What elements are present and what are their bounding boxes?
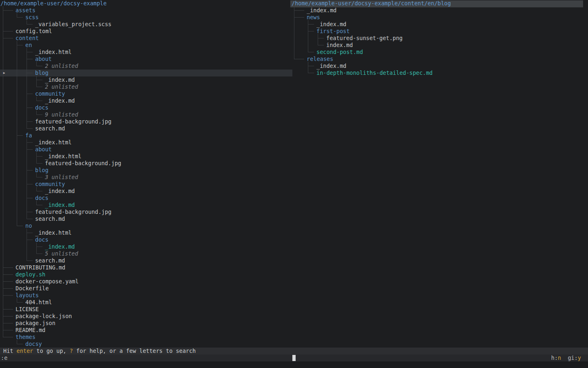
tree-node-docsy[interactable]: docsy [25, 341, 42, 348]
tree-node--index-md[interactable]: _index.md [316, 63, 346, 70]
tree-branch-line [318, 38, 324, 38]
tree-node-2-unlisted[interactable]: 2 unlisted [45, 63, 78, 70]
tree-branch-line [308, 31, 314, 31]
tree-branch-line [3, 38, 13, 38]
tree-node-second-post-md[interactable]: second-post.md [316, 49, 363, 56]
tree-node-layouts[interactable]: layouts [16, 292, 39, 299]
tree-node--variables-project-scss[interactable]: _variables_project.scss [35, 21, 111, 28]
tree-branch-line [17, 302, 23, 303]
tree-node-search-md[interactable]: search.md [35, 257, 65, 264]
tree-branch-line [27, 233, 33, 233]
tree-node-docs[interactable]: docs [35, 195, 49, 202]
flag-value-h: n [558, 355, 561, 361]
tree-node-docs[interactable]: docs [35, 104, 49, 111]
tree-node-package-json[interactable]: package.json [16, 320, 56, 327]
status-bar: Hit enter to go up, ? for help, or a few… [0, 348, 588, 355]
tree-node-3-unlisted[interactable]: 3 unlisted [45, 174, 78, 181]
tree-node-config-toml[interactable]: config.toml [16, 28, 52, 35]
tree-node-featured-background-jpg[interactable]: featured-background.jpg [35, 118, 111, 125]
tree-node-news[interactable]: news [307, 14, 320, 21]
tree-node-community[interactable]: community [35, 181, 65, 188]
tree-node-license[interactable]: LICENSE [16, 306, 39, 313]
tree-node-docker-compose-yaml[interactable]: docker-compose.yaml [16, 278, 78, 285]
tree-branch-line [36, 191, 42, 191]
tree-branch-line [308, 24, 314, 25]
tree-node-search-md[interactable]: search.md [35, 215, 65, 222]
tree-branch-line [308, 62, 308, 73]
tree-node-blog[interactable]: blog [35, 167, 49, 174]
tree-node-scss[interactable]: scss [25, 14, 39, 21]
tree-branch-line [3, 330, 13, 330]
tree-node-featured-sunset-get-png[interactable]: featured-sunset-get.png [326, 35, 403, 42]
tree-node-community[interactable]: community [35, 90, 65, 97]
tree-node-deploy-sh[interactable]: deploy.sh [16, 271, 45, 278]
tree-node--index-md[interactable]: _index.md [307, 7, 336, 14]
tree-node-5-unlisted[interactable]: 5 unlisted [45, 250, 78, 257]
tree-node--index-md[interactable]: _index.md [316, 21, 346, 28]
tree-branch-line [3, 10, 13, 11]
tree-branch-line [36, 80, 42, 80]
tree-node-package-lock-json[interactable]: package-lock.json [16, 313, 72, 320]
tree-branch-line [3, 281, 13, 282]
tree-node--index-md[interactable]: _index.md [45, 202, 75, 209]
tree-node-docs[interactable]: docs [35, 236, 49, 243]
tree-node--index-md[interactable]: _index.md [45, 188, 75, 195]
status-key-hint: ? [70, 348, 73, 354]
tree-branch-line [27, 229, 27, 261]
flag-value-gi: y [578, 355, 581, 361]
tree-node--index-html[interactable]: _index.html [35, 49, 71, 56]
tree-branch-line [36, 247, 42, 247]
tree-branch-line [36, 101, 42, 101]
tree-branch-line [36, 163, 42, 164]
command-input-left[interactable]: :e [1, 355, 7, 361]
tree-node-dockerfile[interactable]: Dockerfile [16, 285, 49, 292]
tree-node-9-unlisted[interactable]: 9 unlisted [45, 111, 78, 118]
tree-node--index-html[interactable]: _index.html [35, 139, 71, 146]
tree-branch-line [318, 34, 318, 45]
tree-branch-line [27, 48, 27, 129]
tree-node-404-html[interactable]: 404.html [25, 299, 52, 306]
tree-node-themes[interactable]: themes [16, 334, 36, 341]
tree-node--index-md[interactable]: _index.md [45, 97, 75, 104]
tree-branch-line [3, 31, 13, 31]
tree-node-assets[interactable]: assets [16, 7, 36, 14]
tree-node-content[interactable]: content [16, 35, 39, 42]
tree-branch-line [3, 267, 13, 268]
tree-node-first-post[interactable]: first-post [316, 28, 350, 35]
tree-node-contributing-md[interactable]: CONTRIBUTING.md [16, 264, 65, 271]
tree-branch-line [27, 20, 27, 25]
tree-node-featured-background-jpg[interactable]: featured-background.jpg [35, 209, 111, 215]
tree-node-in-depth-monoliths-detailed-spec-md[interactable]: in-depth-monoliths-detailed-spec.md [316, 70, 432, 76]
tree-branch-line [308, 73, 314, 73]
tree-node--index-md[interactable]: _index.md [45, 243, 75, 250]
tree-node-featured-background-jpg[interactable]: featured-background.jpg [45, 160, 121, 167]
tree-node-index-md[interactable]: index.md [326, 42, 353, 49]
tree-branch-line [36, 76, 37, 87]
tree-node-about[interactable]: about [35, 56, 52, 63]
tree-branch-line [294, 10, 304, 11]
tree-branch-line [36, 114, 42, 115]
tree-branch-line [294, 59, 304, 59]
tree-node--index-html[interactable]: _index.html [45, 153, 81, 160]
tree-branch-line [17, 135, 23, 136]
tree-node-2-unlisted[interactable]: 2 unlisted [45, 83, 78, 90]
tree-branch-line [27, 198, 33, 198]
tree-branch-line [36, 66, 42, 66]
tree-node-blog[interactable]: blog [35, 70, 49, 76]
tree-branch-line [36, 152, 37, 164]
text-cursor [292, 355, 296, 361]
tree-node-search-md[interactable]: search.md [35, 125, 65, 132]
tree-node-about[interactable]: about [35, 146, 52, 153]
tree-node-readme-md[interactable]: README.md [16, 327, 45, 334]
tree-branch-line [294, 17, 304, 18]
status-text: for help, or a few letters to search [73, 348, 196, 354]
tree-branch-line [27, 94, 33, 94]
tree-branch-line [3, 316, 13, 316]
tree-node-releases[interactable]: releases [307, 56, 333, 63]
tree-branch-line [3, 274, 13, 275]
tree-node--index-md[interactable]: _index.md [45, 76, 75, 83]
tree-node--index-html[interactable]: _index.html [35, 229, 71, 236]
tree-branch-line [36, 205, 42, 205]
command-bar[interactable]: :e h:n gi:y [0, 355, 588, 361]
tree-branch-line [308, 20, 308, 52]
